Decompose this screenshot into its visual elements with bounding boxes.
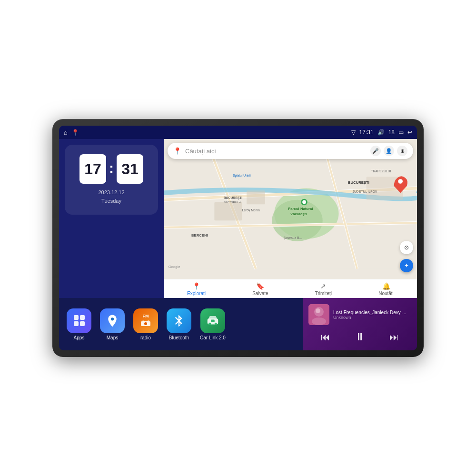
- music-player: Lost Frequencies_Janieck Devy-... Unknow…: [303, 298, 417, 350]
- device-frame: ⌂ 📍 ▽ 17:31 🔊 18 ▭ ↩ 17 : 31: [52, 119, 424, 357]
- navigate-button[interactable]: ✦: [400, 259, 413, 272]
- google-maps-logo: 📍: [173, 147, 181, 155]
- music-thumbnail: [308, 304, 329, 325]
- svg-point-29: [111, 317, 114, 320]
- radio-label: radio: [140, 335, 151, 340]
- map-nav-salvate[interactable]: 🔖 Salvate: [252, 282, 268, 296]
- clock-day: Tuesday: [98, 197, 124, 206]
- voice-search-icon[interactable]: 🎤: [370, 146, 381, 156]
- radio-icon: FM: [133, 308, 158, 333]
- map-navbar: 📍 Explorați 🔖 Salvate ↗ Trimiteți 🔔 Nout…: [164, 279, 417, 298]
- apps-grid: [69, 310, 89, 331]
- prev-button[interactable]: ⏮: [321, 332, 330, 342]
- play-pause-button[interactable]: ⏸: [355, 332, 365, 342]
- music-thumb-svg: [308, 304, 329, 325]
- map-nav-noutati[interactable]: 🔔 Noutăți: [378, 282, 394, 296]
- music-track-info: Lost Frequencies_Janieck Devy-... Unknow…: [308, 304, 411, 325]
- app-item-bluetooth[interactable]: Bluetooth: [167, 308, 191, 340]
- svg-text:BERCENI: BERCENI: [191, 233, 208, 238]
- music-meta: Lost Frequencies_Janieck Devy-... Unknow…: [333, 310, 411, 320]
- svg-rect-37: [211, 319, 215, 322]
- clock-tiles: 17 : 31: [79, 154, 143, 184]
- carlink-label: Car Link 2.0: [200, 335, 226, 340]
- account-icon[interactable]: 👤: [384, 146, 394, 156]
- svg-point-40: [312, 317, 326, 325]
- radio-svg: [140, 319, 151, 327]
- status-time: 17:31: [359, 129, 374, 136]
- status-left: ⌂ 📍: [64, 129, 79, 136]
- home-icon[interactable]: ⌂: [64, 129, 68, 136]
- salvate-label: Salvate: [252, 291, 268, 296]
- map-search-bar[interactable]: 📍 Căutați aici 🎤 👤 ⊕: [168, 143, 413, 159]
- screen: ⌂ 📍 ▽ 17:31 🔊 18 ▭ ↩ 17 : 31: [59, 126, 417, 350]
- svg-text:Splaiui Unirii: Splaiui Unirii: [233, 174, 251, 178]
- trimiteti-icon: ↗: [320, 282, 326, 290]
- svg-rect-32: [142, 323, 143, 323]
- svg-rect-33: [149, 323, 149, 323]
- map-container[interactable]: BUCUREȘTI SECTORUL 4 BUCUREȘTI JUDEȚUL I…: [164, 139, 417, 279]
- music-artist: Unknown: [333, 315, 411, 320]
- signal-icon: ▽: [351, 129, 356, 136]
- clock-minutes: 31: [117, 154, 143, 184]
- svg-point-36: [215, 322, 217, 325]
- svg-text:BUCUREȘTI: BUCUREȘTI: [224, 196, 243, 200]
- noutati-icon: 🔔: [382, 282, 390, 290]
- layers-icon[interactable]: ⊕: [397, 146, 407, 156]
- svg-point-15: [302, 200, 306, 204]
- next-button[interactable]: ⏭: [389, 332, 399, 342]
- svg-rect-11: [214, 202, 242, 220]
- svg-point-2: [272, 200, 322, 241]
- volume-level: 18: [388, 129, 395, 136]
- map-nav-trimiteti[interactable]: ↗ Trimiteți: [315, 282, 332, 296]
- salvate-icon: 🔖: [256, 282, 264, 290]
- app-item-maps[interactable]: Maps: [100, 308, 125, 340]
- volume-icon: 🔊: [377, 129, 385, 136]
- app-item-radio[interactable]: FM radio: [133, 308, 158, 340]
- clock-hours: 17: [79, 154, 106, 184]
- app-item-apps[interactable]: Apps: [67, 308, 91, 340]
- svg-text:JUDEȚUL ILFOV: JUDEȚUL ILFOV: [353, 190, 377, 194]
- carlink-icon: [200, 308, 225, 333]
- svg-text:Văcărești: Văcărești: [290, 212, 307, 216]
- svg-text:SECTORUL 4: SECTORUL 4: [224, 201, 241, 204]
- date-info: 2023.12.12 Tuesday: [98, 188, 124, 205]
- explorati-icon: 📍: [192, 282, 200, 290]
- music-controls: ⏮ ⏸ ⏭: [308, 330, 411, 344]
- map-search-text: Căutați aici: [185, 148, 367, 155]
- bluetooth-icon-wrap: [167, 308, 191, 333]
- svg-text:Șoseaua B...: Șoseaua B...: [283, 236, 302, 240]
- apps-row: Apps Maps FM: [59, 298, 303, 350]
- status-bar: ⌂ 📍 ▽ 17:31 🔊 18 ▭ ↩: [59, 126, 417, 139]
- battery-icon: ▭: [398, 129, 404, 136]
- svg-text:BUCUREȘTI: BUCUREȘTI: [348, 180, 369, 185]
- left-panel: 17 : 31 2023.12.12 Tuesday: [59, 139, 164, 298]
- bluetooth-svg: [172, 314, 186, 327]
- bluetooth-label: Bluetooth: [169, 335, 189, 340]
- map-background: BUCUREȘTI SECTORUL 4 BUCUREȘTI JUDEȚUL I…: [164, 139, 417, 279]
- svg-text:Leroy Merlin: Leroy Merlin: [242, 208, 259, 212]
- svg-point-16: [398, 179, 403, 184]
- explorati-label: Explorați: [187, 291, 206, 296]
- map-svg: BUCUREȘTI SECTORUL 4 BUCUREȘTI JUDEȚUL I…: [164, 139, 417, 279]
- svg-text:TRAPEZULUI: TRAPEZULUI: [371, 169, 391, 173]
- maps-pin-icon[interactable]: 📍: [71, 129, 79, 136]
- back-icon[interactable]: ↩: [407, 129, 412, 136]
- bottom-panel: Apps Maps FM: [59, 298, 417, 350]
- map-search-icons: 🎤 👤 ⊕: [370, 146, 407, 156]
- maps-svg: [105, 314, 119, 328]
- clock-colon: :: [109, 160, 114, 176]
- status-right: ▽ 17:31 🔊 18 ▭ ↩: [351, 129, 412, 136]
- clock-widget: 17 : 31 2023.12.12 Tuesday: [65, 145, 158, 215]
- maps-icon: [100, 308, 125, 333]
- app-item-carlink[interactable]: Car Link 2.0: [200, 308, 226, 340]
- svg-point-35: [208, 322, 211, 325]
- carlink-svg: [206, 314, 220, 328]
- my-location-button[interactable]: ⊙: [400, 241, 413, 254]
- svg-point-31: [144, 322, 147, 325]
- trimiteti-label: Trimiteți: [315, 291, 332, 296]
- music-title: Lost Frequencies_Janieck Devy-...: [333, 310, 411, 315]
- maps-label: Maps: [107, 335, 118, 340]
- apps-label: Apps: [74, 335, 85, 340]
- map-nav-explorati[interactable]: 📍 Explorați: [187, 282, 206, 296]
- noutati-label: Noutăți: [378, 291, 394, 296]
